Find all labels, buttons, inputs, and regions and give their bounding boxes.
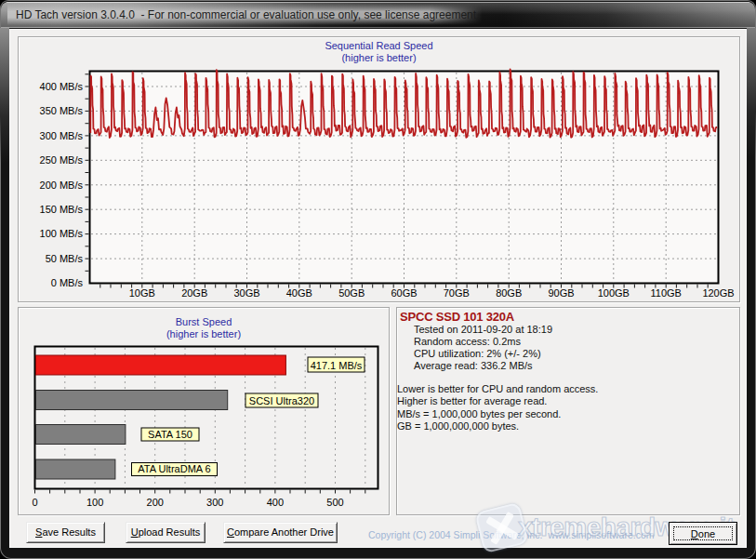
svg-text:50 MB/s: 50 MB/s xyxy=(46,253,84,264)
svg-text:0: 0 xyxy=(32,497,37,508)
svg-text:SCSI Ultra320: SCSI Ultra320 xyxy=(249,395,314,406)
svg-text:0 MB/s: 0 MB/s xyxy=(51,277,84,288)
svg-text:90GB: 90GB xyxy=(548,287,574,299)
svg-text:300: 300 xyxy=(206,497,223,508)
svg-text:70GB: 70GB xyxy=(444,287,470,299)
svg-text:60GB: 60GB xyxy=(391,287,417,299)
svg-text:150 MB/s: 150 MB/s xyxy=(40,204,84,215)
svg-text:400 MB/s: 400 MB/s xyxy=(40,81,84,92)
svg-text:200 MB/s: 200 MB/s xyxy=(40,180,84,191)
svg-text:500: 500 xyxy=(326,497,343,508)
svg-text:200: 200 xyxy=(147,497,164,508)
svg-text:10GB: 10GB xyxy=(129,287,155,299)
svg-text:250 MB/s: 250 MB/s xyxy=(40,154,84,166)
svg-text:100GB: 100GB xyxy=(598,287,630,299)
svg-text:ATA UltraDMA 6: ATA UltraDMA 6 xyxy=(138,463,210,474)
svg-text:80GB: 80GB xyxy=(496,287,522,299)
svg-text:40GB: 40GB xyxy=(286,287,312,299)
svg-text:50GB: 50GB xyxy=(338,287,365,299)
svg-text:100: 100 xyxy=(86,497,103,508)
svg-text:110GB: 110GB xyxy=(650,287,681,299)
svg-text:350 MB/s: 350 MB/s xyxy=(40,105,84,116)
svg-text:300 MB/s: 300 MB/s xyxy=(40,130,84,141)
svg-text:120GB: 120GB xyxy=(702,287,734,299)
svg-text:417.1 MB/s: 417.1 MB/s xyxy=(311,360,363,371)
svg-text:400: 400 xyxy=(267,497,284,508)
svg-text:SATA 150: SATA 150 xyxy=(148,429,192,440)
svg-text:30GB: 30GB xyxy=(233,287,259,299)
svg-text:100 MB/s: 100 MB/s xyxy=(40,228,84,239)
svg-text:20GB: 20GB xyxy=(181,287,207,299)
